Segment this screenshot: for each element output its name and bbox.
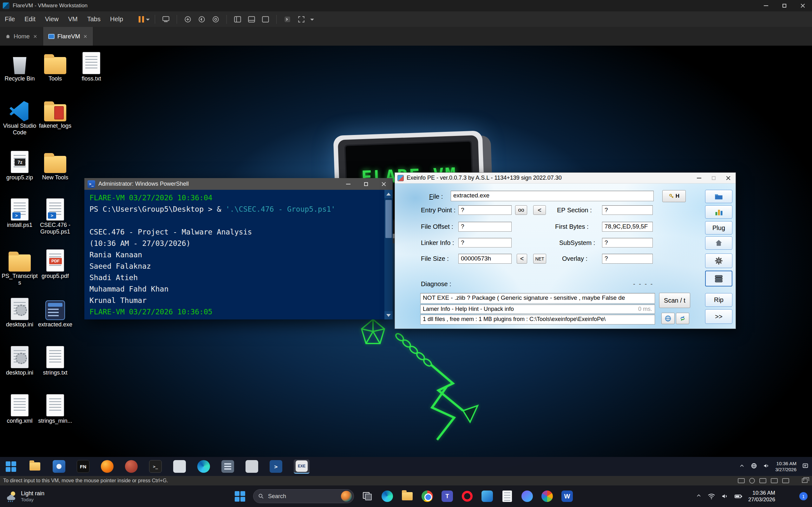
vm-taskbar-file-explorer[interactable] xyxy=(29,460,41,473)
vm-taskbar-cmd[interactable] xyxy=(149,460,162,473)
vm-taskbar-fakenet[interactable]: FN xyxy=(77,460,90,473)
ep-back-button[interactable]: < xyxy=(533,205,546,215)
net-button[interactable]: NET xyxy=(533,254,546,264)
desktop-icon-vscode[interactable]: Visual Studio Code xyxy=(1,97,38,136)
menu-view[interactable]: View xyxy=(40,15,63,23)
vm-taskbar-photos[interactable] xyxy=(53,460,65,473)
host-taskbar-file-explorer[interactable] xyxy=(401,490,414,503)
size-back-button[interactable]: < xyxy=(517,254,527,264)
close-button[interactable] xyxy=(375,178,393,190)
close-button[interactable] xyxy=(721,173,735,183)
vm-taskbar-x64dbg[interactable] xyxy=(246,460,258,473)
lamer-info-field[interactable]: Lamer Info - Help Hint - Unpack info 0 m… xyxy=(420,304,655,314)
vm-taskbar-exeinfo-active[interactable]: EXE xyxy=(294,459,310,474)
tray-chevron-up-icon[interactable] xyxy=(696,493,702,500)
plug-button[interactable]: Plug xyxy=(705,221,732,234)
desktop-icon-desktop-ini-2[interactable]: desktop.ini xyxy=(1,344,38,376)
desktop-icon-tools[interactable]: Tools xyxy=(37,50,73,82)
vm-taskbar-powershell[interactable] xyxy=(270,460,282,473)
hash-button[interactable]: H xyxy=(662,190,686,202)
ctrl-alt-del-icon[interactable] xyxy=(160,14,171,24)
plugins-field[interactable]: 1 dll files , free mem : 1 MB plugins fr… xyxy=(420,315,655,325)
scrollbar-thumb[interactable] xyxy=(386,200,392,238)
search-box[interactable]: Search xyxy=(253,489,354,503)
power-dropdown-icon[interactable] xyxy=(146,19,150,22)
restore-window-icon[interactable] xyxy=(802,478,808,483)
first-bytes-field[interactable]: 78,9C,ED,59,5F xyxy=(602,222,653,232)
rip-button[interactable]: Rip xyxy=(705,293,732,307)
menu-help[interactable]: Help xyxy=(105,15,128,23)
desktop-icon-install-ps1[interactable]: install.ps1 xyxy=(1,196,38,228)
file-offset-field[interactable]: ? xyxy=(458,222,512,232)
wifi-icon[interactable] xyxy=(708,493,715,500)
power-pause-button[interactable] xyxy=(139,16,144,22)
sections-chart-button[interactable] xyxy=(705,205,732,219)
options-button[interactable] xyxy=(705,253,732,268)
minimize-button[interactable] xyxy=(692,173,706,183)
tray-chevron-up-icon[interactable] xyxy=(739,463,745,470)
vm-taskbar-app[interactable] xyxy=(125,460,138,473)
show-library-icon[interactable] xyxy=(232,14,243,24)
file-name-field[interactable]: extracted.exe xyxy=(451,191,654,201)
menu-edit[interactable]: Edit xyxy=(20,15,40,23)
close-button[interactable] xyxy=(794,0,812,11)
tab-home[interactable]: Home xyxy=(0,27,43,46)
host-taskbar-photos[interactable] xyxy=(541,490,554,503)
powershell-titlebar[interactable]: Administrator: Windows PowerShell xyxy=(84,178,393,190)
thumbnail-bar-icon[interactable] xyxy=(246,14,257,24)
drives-button[interactable] xyxy=(705,271,732,286)
weather-widget[interactable]: Light rain Today xyxy=(4,486,44,507)
subsystem-field[interactable]: ? xyxy=(602,238,653,247)
exeinfo-titlebar[interactable]: Exeinfo PE - ver.0.0.7.3 by A.S.L - 1134… xyxy=(395,173,735,183)
vm-taskbar-ida[interactable] xyxy=(173,460,186,473)
host-taskbar-opera[interactable] xyxy=(461,490,474,503)
fullscreen-icon[interactable] xyxy=(296,14,307,24)
more-button[interactable]: >> xyxy=(705,309,732,324)
menu-vm[interactable]: VM xyxy=(63,15,83,23)
home-button[interactable] xyxy=(705,236,732,250)
cd-device-icon[interactable] xyxy=(749,478,755,484)
tab-close-icon[interactable] xyxy=(33,35,37,38)
minimize-button[interactable] xyxy=(339,178,357,190)
fullscreen-dropdown-icon[interactable] xyxy=(310,19,314,22)
scroll-down-icon[interactable] xyxy=(385,311,393,320)
vm-taskbar-vmware-tools[interactable] xyxy=(221,460,234,473)
desktop-icon-fakenet-logs[interactable]: fakenet_logs xyxy=(37,97,73,129)
network-device-icon[interactable] xyxy=(759,478,766,483)
vm-taskbar-firefox[interactable] xyxy=(101,460,113,473)
vm-taskbar-edge[interactable] xyxy=(197,460,210,473)
vm-action-center-icon[interactable] xyxy=(802,462,809,470)
desktop-icon-recycle-bin[interactable]: Recycle Bin xyxy=(1,50,38,82)
desktop-icon-desktop-ini-1[interactable]: desktop.ini xyxy=(1,296,38,328)
host-taskbar-notepad[interactable] xyxy=(501,490,514,503)
rescan-button[interactable] xyxy=(676,313,689,324)
host-taskbar-word[interactable]: W xyxy=(560,490,574,503)
oo-button[interactable]: oo xyxy=(515,205,527,215)
maximize-button[interactable] xyxy=(775,0,794,11)
sound-device-icon[interactable] xyxy=(771,478,778,483)
desktop-icon-group5-zip[interactable]: group5.zip xyxy=(1,149,38,181)
open-file-button[interactable] xyxy=(705,190,732,203)
host-taskbar-store[interactable] xyxy=(480,490,494,503)
file-size-field[interactable]: 00000573h xyxy=(458,254,512,264)
scrollbar[interactable] xyxy=(385,190,393,320)
revert-snapshot-icon[interactable] xyxy=(196,14,207,24)
snapshot-manager-icon[interactable] xyxy=(210,14,221,24)
www-button[interactable] xyxy=(661,313,675,324)
vm-start-button[interactable] xyxy=(4,460,17,473)
desktop-icon-new-tools[interactable]: New Tools xyxy=(37,149,73,181)
desktop-icon-ps-transcripts[interactable]: PS_Transcripts xyxy=(1,247,38,286)
diagnose-field[interactable]: NOT EXE - .zlib ? Package ( Generic sign… xyxy=(420,293,655,303)
desktop-icon-csec-ps1[interactable]: CSEC.476 - Group5.ps1 xyxy=(37,196,73,235)
volume-icon[interactable] xyxy=(721,493,728,500)
take-snapshot-icon[interactable] xyxy=(183,14,193,24)
hdd-device-icon[interactable] xyxy=(738,478,745,483)
scan-button[interactable]: Scan / t xyxy=(659,293,690,308)
terminal-output[interactable]: FLARE-VM 03/27/2026 10:36:04 PS C:\Users… xyxy=(84,190,393,320)
console-view-icon[interactable] xyxy=(260,14,271,24)
desktop-icon-extracted-exe[interactable]: extracted.exe xyxy=(37,296,73,328)
notification-badge[interactable]: 1 xyxy=(799,492,808,500)
entry-point-field[interactable]: ? xyxy=(458,205,512,215)
vmware-titlebar[interactable]: FlareVM - VMware Workstation xyxy=(0,0,812,11)
tray-volume-icon[interactable] xyxy=(763,462,770,470)
